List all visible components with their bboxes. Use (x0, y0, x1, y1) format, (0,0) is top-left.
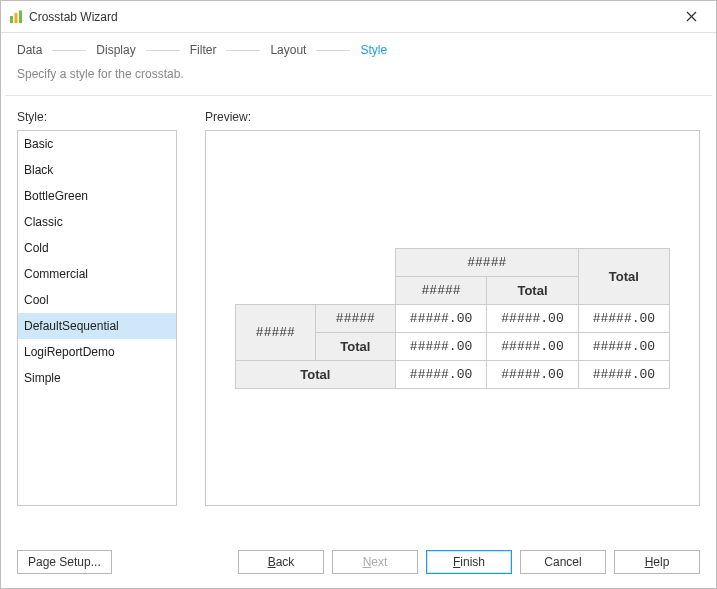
list-item[interactable]: Cool (18, 287, 176, 313)
step-divider (146, 50, 180, 51)
step-divider (52, 50, 86, 51)
svg-rect-0 (10, 16, 13, 23)
button-label: Page Setup... (28, 555, 101, 569)
button-label: Cancel (544, 555, 581, 569)
crosstab-wizard-window: Crosstab Wizard Data Display Filter Layo… (0, 0, 717, 589)
titlebar: Crosstab Wizard (1, 1, 716, 33)
cell-value: #####.00 (395, 360, 486, 388)
wizard-steps: Data Display Filter Layout Style (1, 33, 716, 59)
style-column: Style: Basic Black BottleGreen Classic C… (17, 110, 177, 528)
help-button[interactable]: Help (614, 550, 700, 574)
preview-label: Preview: (205, 110, 700, 124)
col-sub-header: ##### (395, 276, 486, 304)
table-corner (235, 248, 395, 304)
style-label: Style: (17, 110, 177, 124)
window-title: Crosstab Wizard (29, 10, 118, 24)
col-subtotal-header: Total (487, 276, 578, 304)
cell-value: #####.00 (578, 360, 669, 388)
row-grand-total-header: Total (235, 360, 395, 388)
style-listbox[interactable]: Basic Black BottleGreen Classic Cold Com… (17, 130, 177, 506)
step-display[interactable]: Display (96, 43, 135, 57)
crosstab-preview-table: ##### Total ##### Total ##### ##### ####… (235, 248, 670, 389)
back-button[interactable]: Back (238, 550, 324, 574)
svg-rect-1 (15, 13, 18, 23)
page-setup-button[interactable]: Page Setup... (17, 550, 112, 574)
app-icon (9, 10, 23, 24)
wizard-body: Style: Basic Black BottleGreen Classic C… (1, 96, 716, 538)
finish-button[interactable]: Finish (426, 550, 512, 574)
step-data[interactable]: Data (17, 43, 42, 57)
step-style[interactable]: Style (360, 43, 387, 57)
cancel-button[interactable]: Cancel (520, 550, 606, 574)
close-button[interactable] (674, 5, 708, 29)
cell-value: #####.00 (395, 332, 486, 360)
svg-rect-2 (19, 10, 22, 23)
cell-value: #####.00 (395, 304, 486, 332)
list-item[interactable]: Classic (18, 209, 176, 235)
row-group-header: ##### (235, 304, 315, 360)
cell-value: #####.00 (487, 332, 578, 360)
step-divider (316, 50, 350, 51)
list-item[interactable]: Basic (18, 131, 176, 157)
preview-column: Preview: ##### Total ##### Total (205, 110, 700, 528)
cell-value: #####.00 (487, 304, 578, 332)
instruction-text: Specify a style for the crosstab. (1, 59, 716, 95)
col-grand-total-header: Total (578, 248, 669, 304)
step-filter[interactable]: Filter (190, 43, 217, 57)
list-item[interactable]: LogiReportDemo (18, 339, 176, 365)
cell-value: #####.00 (487, 360, 578, 388)
next-button: Next (332, 550, 418, 574)
list-item[interactable]: DefaultSequential (18, 313, 176, 339)
preview-pane: ##### Total ##### Total ##### ##### ####… (205, 130, 700, 506)
step-divider (226, 50, 260, 51)
step-layout[interactable]: Layout (270, 43, 306, 57)
row-subtotal-header: Total (315, 332, 395, 360)
list-item[interactable]: Simple (18, 365, 176, 391)
list-item[interactable]: Cold (18, 235, 176, 261)
row-sub-header: ##### (315, 304, 395, 332)
cell-value: #####.00 (578, 332, 669, 360)
list-item[interactable]: Commercial (18, 261, 176, 287)
col-group-header: ##### (395, 248, 578, 276)
list-item[interactable]: BottleGreen (18, 183, 176, 209)
cell-value: #####.00 (578, 304, 669, 332)
footer: Page Setup... Back Next Finish Cancel He… (1, 538, 716, 588)
list-item[interactable]: Black (18, 157, 176, 183)
